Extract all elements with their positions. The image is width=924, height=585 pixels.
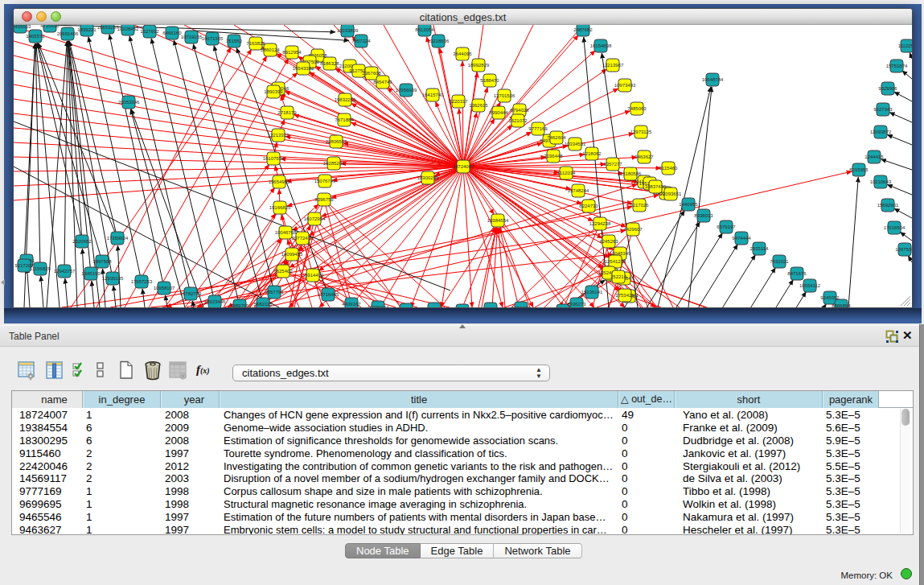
svg-text:4735650: 4735650	[40, 25, 60, 28]
svg-text:19832259: 19832259	[335, 97, 356, 102]
svg-text:9227343: 9227343	[873, 107, 893, 112]
svg-text:19654965: 19654965	[269, 179, 290, 184]
svg-text:16671355: 16671355	[202, 36, 224, 41]
svg-text:9463627: 9463627	[634, 154, 654, 159]
svg-text:751552: 751552	[226, 39, 243, 43]
svg-text:8990444: 8990444	[489, 110, 508, 115]
svg-text:1112254: 1112254	[898, 43, 912, 48]
svg-text:8220317: 8220317	[449, 99, 468, 104]
svg-text:7462604: 7462604	[547, 135, 566, 140]
svg-text:10334531: 10334531	[565, 142, 586, 146]
svg-text:6217026: 6217026	[630, 203, 649, 208]
svg-text:1405572: 1405572	[26, 34, 45, 39]
svg-text:4439167: 4439167	[342, 302, 361, 307]
svg-text:7632021: 7632021	[770, 259, 789, 264]
svg-text:19218506: 19218506	[428, 39, 450, 43]
svg-text:10973493: 10973493	[614, 83, 636, 88]
svg-text:15136141: 15136141	[581, 290, 603, 295]
svg-text:1527602: 1527602	[140, 29, 159, 34]
svg-text:8806804: 8806804	[832, 303, 851, 307]
svg-text:8454749: 8454749	[373, 80, 392, 84]
svg-text:16033809: 16033809	[337, 28, 359, 33]
svg-text:16072954: 16072954	[304, 216, 326, 221]
svg-text:19285201: 19285201	[323, 161, 345, 166]
svg-text:7671884: 7671884	[335, 117, 354, 122]
svg-text:17359924: 17359924	[107, 236, 129, 241]
svg-text:1999828: 1999828	[511, 306, 531, 307]
svg-text:13701506: 13701506	[494, 93, 515, 98]
svg-text:12973125: 12973125	[630, 130, 652, 134]
svg-text:19384554: 19384554	[487, 218, 509, 223]
svg-text:8912954: 8912954	[282, 50, 302, 55]
svg-text:7625402: 7625402	[273, 269, 293, 274]
svg-text:8813054: 8813054	[415, 27, 434, 32]
svg-text:20772475: 20772475	[292, 236, 314, 241]
svg-text:16543382: 16543382	[293, 66, 314, 71]
svg-text:2020652: 2020652	[72, 239, 92, 244]
svg-text:1753426: 1753426	[615, 293, 634, 298]
svg-text:8489709: 8489709	[230, 303, 249, 307]
svg-text:16914479: 16914479	[302, 273, 324, 278]
svg-text:8471676: 8471676	[787, 271, 807, 276]
svg-text:4245263: 4245263	[599, 239, 618, 244]
svg-text:12942757: 12942757	[54, 269, 76, 274]
svg-text:1218062: 1218062	[582, 151, 602, 156]
svg-text:1345193: 1345193	[81, 271, 101, 276]
svg-text:13748244: 13748244	[568, 188, 589, 193]
svg-text:8860124: 8860124	[261, 47, 280, 52]
svg-text:7163822: 7163822	[246, 41, 265, 46]
svg-text:9329906: 9329906	[878, 86, 897, 91]
svg-text:8938013: 8938013	[694, 213, 713, 218]
svg-text:20813640: 20813640	[424, 307, 446, 307]
svg-text:22093651: 22093651	[660, 192, 682, 196]
svg-text:19299464: 19299464	[368, 305, 389, 307]
svg-text:10228452: 10228452	[117, 27, 139, 31]
svg-text:8215955: 8215955	[849, 167, 869, 172]
svg-text:2718179: 2718179	[277, 110, 297, 115]
svg-text:18724007: 18724007	[453, 164, 474, 169]
svg-text:2036448: 2036448	[544, 154, 563, 159]
svg-text:15076749: 15076749	[314, 179, 336, 183]
svg-text:20053346: 20053346	[118, 100, 140, 105]
svg-text:4112034: 4112034	[557, 171, 577, 175]
svg-text:12213967: 12213967	[602, 63, 624, 68]
svg-text:10210643: 10210643	[870, 179, 892, 184]
svg-text:2367608: 2367608	[362, 71, 381, 76]
svg-text:1890399: 1890399	[264, 89, 283, 94]
svg-text:20691406: 20691406	[57, 31, 79, 36]
svg-text:16782759: 16782759	[180, 291, 202, 296]
svg-text:2487682: 2487682	[573, 27, 593, 32]
svg-text:3644095: 3644095	[453, 51, 472, 56]
svg-text:9777169: 9777169	[528, 126, 548, 131]
svg-text:1267534: 1267534	[895, 247, 912, 252]
svg-text:8186328: 8186328	[320, 61, 339, 66]
svg-text:6794028: 6794028	[510, 108, 529, 113]
svg-text:3997568: 3997568	[92, 259, 112, 264]
svg-text:6579197: 6579197	[717, 225, 736, 229]
svg-text:6357277: 6357277	[603, 162, 622, 167]
svg-text:18300295: 18300295	[417, 175, 439, 180]
svg-text:1839221: 1839221	[77, 27, 97, 32]
svg-text:12093872: 12093872	[870, 130, 892, 134]
svg-text:10837430: 10837430	[645, 184, 667, 189]
svg-text:11156829: 11156829	[30, 266, 51, 271]
svg-text:9115460: 9115460	[659, 166, 679, 171]
svg-text:7485063: 7485063	[627, 106, 647, 111]
svg-text:10648784: 10648784	[702, 77, 724, 82]
svg-text:10958107: 10958107	[154, 286, 175, 290]
svg-text:1244415: 1244415	[864, 154, 884, 159]
svg-text:8336273: 8336273	[567, 302, 586, 307]
svg-text:1440955: 1440955	[679, 202, 698, 207]
svg-text:1621072: 1621072	[508, 118, 528, 123]
svg-text:13716485: 13716485	[318, 292, 339, 297]
svg-text:16154838: 16154838	[590, 43, 612, 48]
svg-text:12505135: 12505135	[102, 276, 124, 281]
svg-text:22806503: 22806503	[326, 139, 347, 144]
svg-text:10654112: 10654112	[799, 283, 821, 288]
svg-text:16107554: 16107554	[263, 156, 285, 161]
svg-text:9857791: 9857791	[265, 290, 284, 295]
svg-text:8396759: 8396759	[314, 197, 334, 202]
svg-text:18992829: 18992829	[468, 63, 490, 68]
svg-text:14099455: 14099455	[281, 252, 303, 257]
svg-text:10046768: 10046768	[275, 230, 297, 235]
